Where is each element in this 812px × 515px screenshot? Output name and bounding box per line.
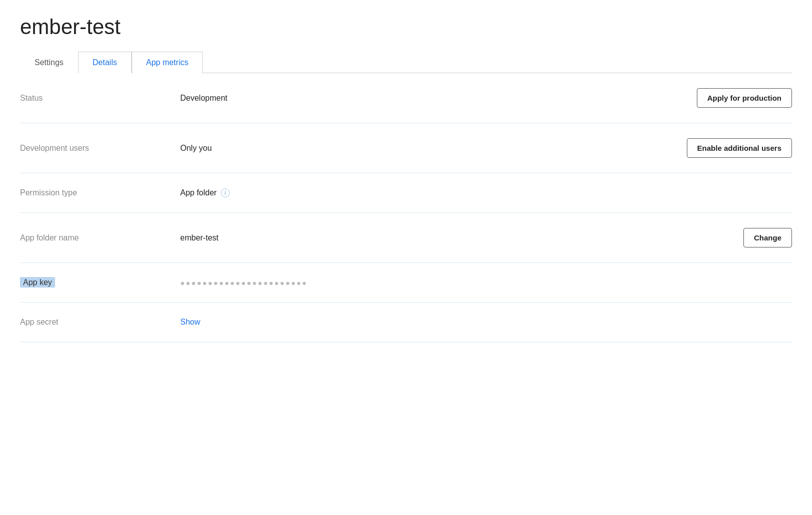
settings-rows: Status Development Apply for production …: [20, 73, 792, 342]
label-app-secret: App secret: [20, 318, 180, 327]
page-container: ember-test Settings Details App metrics …: [0, 0, 812, 357]
action-app-folder-name: Change: [743, 228, 792, 247]
action-development-users: Enable additional users: [687, 138, 792, 158]
info-icon[interactable]: i: [221, 188, 230, 197]
value-app-key: ●●●●●●●●●●●●●●●●●●●●●●●: [180, 279, 792, 287]
show-link[interactable]: Show: [180, 318, 200, 327]
tab-settings[interactable]: Settings: [20, 52, 78, 73]
row-status: Status Development Apply for production: [20, 73, 792, 123]
value-status: Development: [180, 94, 697, 103]
label-status: Status: [20, 94, 180, 103]
apply-for-production-button[interactable]: Apply for production: [697, 88, 792, 108]
change-button[interactable]: Change: [743, 228, 792, 247]
tab-details[interactable]: Details: [78, 52, 132, 73]
action-status: Apply for production: [697, 88, 792, 108]
value-app-folder-name: ember-test: [180, 233, 743, 242]
value-development-users: Only you: [180, 144, 687, 153]
label-development-users: Development users: [20, 144, 180, 153]
app-key-value: ●●●●●●●●●●●●●●●●●●●●●●●: [180, 279, 307, 287]
row-permission-type: Permission type App folder i: [20, 173, 792, 213]
row-development-users: Development users Only you Enable additi…: [20, 123, 792, 173]
row-app-key: App key ●●●●●●●●●●●●●●●●●●●●●●●: [20, 263, 792, 303]
row-app-secret: App secret Show: [20, 303, 792, 342]
label-app-folder-name: App folder name: [20, 233, 180, 242]
label-permission-type: Permission type: [20, 188, 180, 197]
tab-bar: Settings Details App metrics: [20, 51, 792, 73]
tab-app-metrics[interactable]: App metrics: [132, 52, 203, 73]
app-key-label: App key: [20, 277, 55, 288]
row-app-folder-name: App folder name ember-test Change: [20, 213, 792, 263]
enable-additional-users-button[interactable]: Enable additional users: [687, 138, 792, 158]
value-permission-type: App folder i: [180, 188, 792, 197]
label-app-key: App key: [20, 278, 180, 287]
page-title: ember-test: [20, 15, 792, 39]
value-app-secret: Show: [180, 318, 792, 327]
